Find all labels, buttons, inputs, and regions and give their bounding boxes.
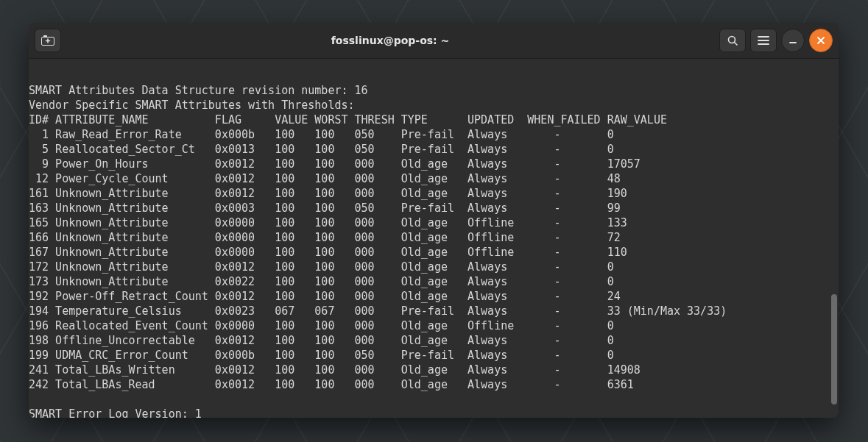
- close-button[interactable]: [809, 29, 833, 52]
- new-tab-button[interactable]: [35, 29, 61, 52]
- minimize-icon: [788, 36, 797, 45]
- svg-line-3: [735, 43, 738, 46]
- scrollbar-thumb[interactable]: [831, 294, 837, 404]
- new-tab-icon: [41, 35, 54, 46]
- menu-button[interactable]: [750, 29, 777, 52]
- minimize-button[interactable]: [781, 29, 805, 52]
- scrollbar-track[interactable]: [830, 59, 837, 418]
- desktop-background: fosslinux@pop-os: ~: [0, 0, 868, 442]
- terminal-output: SMART Attributes Data Structure revision…: [29, 70, 839, 418]
- window-title: fosslinux@pop-os: ~: [331, 35, 450, 46]
- search-icon: [727, 35, 738, 46]
- hamburger-icon: [758, 36, 769, 45]
- search-button[interactable]: [719, 29, 746, 52]
- svg-rect-1: [43, 35, 47, 38]
- terminal-window: fosslinux@pop-os: ~: [29, 23, 839, 418]
- titlebar: fosslinux@pop-os: ~: [29, 23, 839, 59]
- terminal-viewport[interactable]: SMART Attributes Data Structure revision…: [29, 59, 839, 418]
- close-icon: [816, 36, 825, 45]
